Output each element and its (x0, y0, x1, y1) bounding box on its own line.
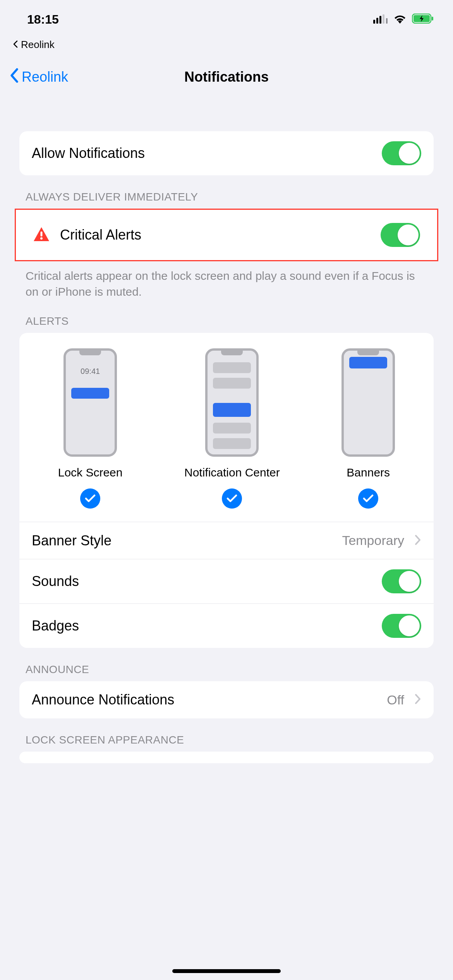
allow-notifications-row[interactable]: Allow Notifications (19, 131, 434, 175)
sounds-row[interactable]: Sounds (19, 559, 434, 603)
svg-rect-1 (376, 18, 378, 24)
preview-notification-center-label: Notification Center (184, 466, 280, 479)
chevron-right-icon (414, 693, 421, 706)
critical-section-footer: Critical alerts appear on the lock scree… (19, 261, 434, 300)
announce-value: Off (387, 692, 404, 708)
svg-rect-4 (386, 18, 388, 24)
back-button[interactable]: Reolink (9, 68, 68, 87)
svg-rect-7 (432, 17, 433, 21)
preview-lock-screen-check[interactable] (80, 488, 100, 509)
preview-banners[interactable]: Banners (341, 348, 395, 509)
sounds-switch[interactable] (382, 569, 421, 593)
chevron-left-icon (9, 68, 19, 87)
svg-rect-0 (373, 20, 375, 24)
status-time: 18:15 (27, 12, 59, 27)
svg-point-9 (40, 237, 43, 240)
announce-label: Announce Notifications (32, 692, 377, 708)
sounds-label: Sounds (32, 573, 372, 589)
breadcrumb[interactable]: Reolink (0, 39, 453, 54)
alerts-section-header: Alerts (19, 300, 434, 333)
badges-switch[interactable] (382, 614, 421, 638)
banners-preview-icon (341, 348, 395, 457)
critical-alerts-label: Critical Alerts (60, 227, 371, 243)
badges-label: Badges (32, 618, 372, 634)
wifi-icon (393, 12, 407, 27)
nav-header: Reolink Notifications (0, 54, 453, 100)
critical-alerts-highlight: Critical Alerts (15, 209, 438, 261)
announce-section-header: Announce (19, 648, 434, 681)
banner-style-row[interactable]: Banner Style Temporary (19, 522, 434, 559)
preview-lock-screen[interactable]: 09:41 Lock Screen (58, 348, 123, 509)
allow-notifications-label: Allow Notifications (32, 145, 372, 161)
alerts-card: 09:41 Lock Screen Notification Cente (19, 333, 434, 648)
back-label: Reolink (22, 69, 68, 85)
breadcrumb-back-icon (12, 39, 19, 51)
alert-triangle-icon (33, 226, 50, 243)
home-indicator[interactable] (172, 969, 281, 973)
preview-banners-label: Banners (347, 466, 390, 479)
lock-screen-preview-icon: 09:41 (63, 348, 117, 457)
cellular-icon (373, 12, 388, 27)
banner-style-label: Banner Style (32, 533, 332, 549)
svg-rect-2 (379, 16, 381, 24)
preview-lock-screen-label: Lock Screen (58, 466, 123, 479)
svg-rect-8 (41, 231, 43, 236)
appearance-section-header: Lock Screen Appearance (19, 718, 434, 752)
critical-alerts-row[interactable]: Critical Alerts (21, 210, 432, 260)
announce-card: Announce Notifications Off (19, 681, 434, 718)
battery-icon (412, 12, 434, 27)
svg-rect-3 (383, 14, 384, 24)
allow-notifications-card: Allow Notifications (19, 131, 434, 175)
appearance-card (19, 752, 434, 763)
announce-row[interactable]: Announce Notifications Off (19, 681, 434, 718)
preview-banners-check[interactable] (358, 488, 378, 509)
preview-notification-center[interactable]: Notification Center (184, 348, 280, 509)
preview-notification-center-check[interactable] (222, 488, 242, 509)
status-right (373, 12, 434, 27)
breadcrumb-app: Reolink (21, 39, 55, 51)
allow-notifications-switch[interactable] (382, 141, 421, 165)
critical-section-header: Always Deliver Immediately (19, 175, 434, 209)
badges-row[interactable]: Badges (19, 603, 434, 648)
alert-style-previews: 09:41 Lock Screen Notification Cente (19, 333, 434, 522)
status-bar: 18:15 (0, 0, 453, 39)
critical-alerts-switch[interactable] (381, 223, 420, 247)
banner-style-value: Temporary (342, 533, 404, 548)
chevron-right-icon (414, 534, 421, 547)
notification-center-preview-icon (205, 348, 259, 457)
